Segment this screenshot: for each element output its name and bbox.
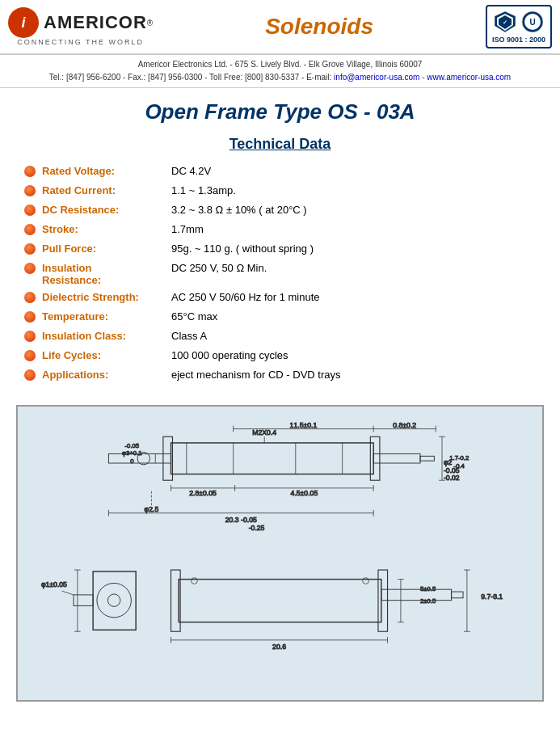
bullet-cell [24,221,42,240]
logo-tagline: CONNECTING THE WORLD [17,38,144,46]
spec-row: Rated Current:1.1 ~ 1.3amp. [24,182,536,201]
spec-value: 1.1 ~ 1.3amp. [171,182,536,201]
spec-row: DC Resistance:3.2 ~ 3.8 Ω ± 10% ( at 20°… [24,201,536,221]
company-address: 675 S. Lively Blvd. - Elk Grove Village,… [235,60,423,69]
bullet-cell [24,182,42,201]
bullet-icon [24,292,36,303]
spec-value: 3.2 ~ 3.8 Ω ± 10% ( at 20°C ) [171,201,536,221]
spec-row: Applications:eject mechanism for CD - DV… [24,366,536,386]
svg-text:2±0.5: 2±0.5 [420,597,436,605]
svg-text:9.7-8.1: 9.7-8.1 [481,593,503,601]
spec-label: DC Resistance: [42,201,171,221]
bullet-cell [24,259,42,289]
svg-rect-57 [179,580,381,622]
logo-area: i AMERICOR® CONNECTING THE WORLD [8,7,153,46]
spec-value: 1.7mm [171,221,536,240]
company-name: AMERICOR [44,12,147,33]
bullet-cell [24,347,42,366]
website-link[interactable]: www.americor-usa.com [427,73,511,82]
email-link[interactable]: info@americor-usa.com [334,73,419,82]
spec-label: Temperature: [42,308,171,327]
svg-text:20.6: 20.6 [272,643,286,651]
iso-text: ISO 9001 : 2000 [492,36,545,44]
spec-row: Insulation Class:Class A [24,327,536,347]
spec-label: Life Cycles: [42,347,171,366]
spec-table: Rated Voltage:DC 4.2VRated Current:1.1 ~… [24,162,536,386]
spec-row: Life Cycles:100 000 operating cycles [24,347,536,366]
svg-point-62 [192,578,198,584]
svg-text:0.8±0.2: 0.8±0.2 [393,421,416,429]
bullet-icon [24,263,36,274]
spec-value: DC 4.2V [171,162,536,182]
technical-drawing: 11.5±0.1 0.8±0.2 1.7-0.2 -0.4 -0.05 φ3+0… [31,420,529,685]
logo-icon: i [8,7,39,38]
svg-rect-9 [373,453,420,463]
spec-label: Rated Voltage: [42,162,171,182]
bullet-icon [24,243,36,255]
svg-text:U: U [529,18,535,27]
bullet-icon [24,166,36,177]
bullet-icon [24,224,36,235]
svg-text:-0.05: -0.05 [444,466,460,474]
spec-label: InsulationResistance: [42,259,171,289]
bullet-cell [24,366,42,386]
svg-text:-0.02: -0.02 [444,474,460,482]
svg-text:0: 0 [130,458,133,465]
bullet-icon [24,331,36,342]
bullet-cell [24,162,42,182]
product-category-title: Solenoids [153,14,486,40]
tel-info: Tel.: [847] 956-6200 [49,73,120,82]
fax-info: Fax.: [847] 956-0300 [128,73,202,82]
svg-point-55 [107,594,120,606]
svg-text:-0.25: -0.25 [249,524,265,532]
svg-line-78 [62,591,74,595]
svg-text:5±0.5: 5±0.5 [420,585,436,593]
spec-row: Temperature:65°C max [24,308,536,327]
bullet-cell [24,240,42,259]
svg-rect-10 [420,456,434,461]
svg-rect-59 [452,592,463,598]
spec-row: Stroke:1.7mm [24,221,536,240]
company-full-name: Americor Electronics Ltd. [138,60,228,69]
iso-badge: ✓ U ISO 9001 : 2000 [486,5,552,48]
spec-value: Class A [171,327,536,347]
svg-text:φ2: φ2 [444,458,453,466]
spec-label: Rated Current: [42,182,171,201]
svg-text:11.5±0.1: 11.5±0.1 [290,421,318,429]
spec-value: AC 250 V 50/60 Hz for 1 minute [171,289,536,308]
spec-value: 95g. ~ 110 g. ( without spring ) [171,240,536,259]
spec-label: Pull Force: [42,240,171,259]
page-header: i AMERICOR® CONNECTING THE WORLD Solenoi… [0,0,560,55]
svg-rect-56 [74,595,93,605]
svg-text:M2X0.4: M2X0.4 [252,428,276,436]
bullet-icon [24,311,36,323]
svg-text:-0.05: -0.05 [125,442,140,449]
spec-value: 65°C max [171,308,536,327]
bullet-icon [24,369,36,381]
spec-value: eject mechanism for CD - DVD trays [171,366,536,386]
svg-point-54 [97,583,131,617]
registered-icon: ® [147,19,153,27]
shield-icon: ✓ [493,10,517,34]
iso-emblems: ✓ U [493,10,545,34]
svg-rect-7 [171,443,374,474]
svg-rect-58 [381,589,452,600]
tollfree-info: Toll Free: [800] 830-5337 [209,73,299,82]
svg-text:φ1±0.05: φ1±0.05 [41,580,67,588]
svg-rect-53 [93,571,136,630]
bullet-icon [24,350,36,361]
diagram-section: 11.5±0.1 0.8±0.2 1.7-0.2 -0.4 -0.05 φ3+0… [16,405,544,702]
spec-row: Pull Force:95g. ~ 110 g. ( without sprin… [24,240,536,259]
bullet-cell [24,289,42,308]
bullet-icon [24,185,36,196]
email-label: E-mail: [306,73,331,82]
svg-text:1.7-0.2: 1.7-0.2 [449,454,469,462]
svg-text:2.8±0.05: 2.8±0.05 [189,489,217,497]
svg-text:φ2.5: φ2.5 [145,505,159,513]
spec-label: Insulation Class: [42,327,171,347]
spec-label: Stroke: [42,221,171,240]
spec-value: 100 000 operating cycles [171,347,536,366]
ul-icon: U [520,10,545,34]
spec-row: InsulationResistance:DC 250 V, 50 Ω Min. [24,259,536,289]
svg-text:4.5±0.05: 4.5±0.05 [291,489,318,497]
